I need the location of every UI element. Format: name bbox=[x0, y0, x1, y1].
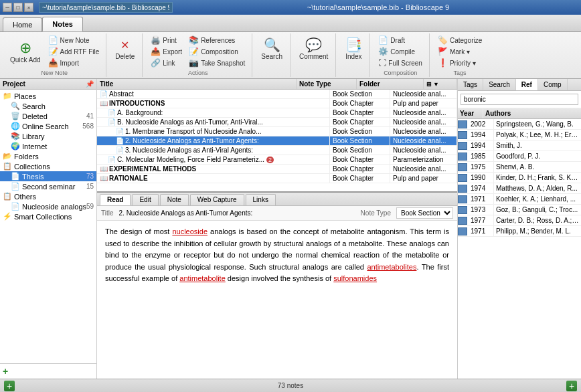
take-snapshot-btn[interactable]: 📷 Take Snapshot bbox=[186, 58, 248, 68]
mark-btn[interactable]: 🚩 Mark ▾ bbox=[435, 46, 485, 57]
references-btn[interactable]: 📚 References bbox=[186, 35, 248, 45]
ref-table-row[interactable]: 1994 Smith, J. bbox=[458, 140, 581, 151]
window-controls[interactable]: ─ □ × bbox=[3, 3, 33, 12]
ref-icon bbox=[458, 142, 467, 150]
status-add-btn2[interactable]: + bbox=[566, 381, 577, 391]
table-cell-folder: Parameterization bbox=[390, 155, 457, 164]
table-row[interactable]: 📄B. Nucleoside Analogs as Anti-Tumor, An… bbox=[97, 118, 457, 127]
editor-tab-edit[interactable]: Edit bbox=[132, 194, 158, 205]
editor-tab-note[interactable]: Note bbox=[160, 194, 189, 205]
table-row[interactable]: 📖EXPERIMENTAL METHODS Book Chapter Nucle… bbox=[97, 165, 457, 174]
table-row[interactable]: 📄1. Membrane Transport of Nucleoside Ana… bbox=[97, 127, 457, 136]
add-rtf-btn[interactable]: 📝 Add RTF File bbox=[46, 46, 102, 57]
sidebar-item-icon-online-search: 🌐 bbox=[11, 122, 20, 130]
restore-btn[interactable]: □ bbox=[13, 3, 23, 12]
ref-table-row[interactable]: 1971 Koehler, K. A.; Lienhard, ... bbox=[458, 194, 581, 205]
comp-small-group: 📄 Draft ⚙️ Compile ⛶ Full Screen bbox=[376, 35, 425, 68]
export-btn[interactable]: 📤 Export bbox=[148, 46, 185, 57]
table-row[interactable]: 📖RATIONALE Book Chapter Pulp and paper bbox=[97, 174, 457, 183]
mark-icon: 🚩 bbox=[438, 47, 448, 56]
title-bar-input[interactable] bbox=[39, 2, 173, 13]
table-row[interactable]: 📖INTRODUCTIONS Book Chapter Pulp and pap… bbox=[97, 99, 457, 108]
editor-tab-read[interactable]: Read bbox=[100, 194, 131, 205]
categorize-btn[interactable]: 🏷️ Categorize bbox=[435, 35, 485, 45]
sidebar-item-second-seminar[interactable]: 📄Second seminar15 bbox=[0, 181, 96, 191]
table-row[interactable]: 📄2. Nucleoside Analogs as Anti-Tumor Age… bbox=[97, 136, 457, 146]
editor-content: The design of most nucleoside analogs is… bbox=[97, 221, 457, 379]
table-cell-folder: Nucleoside anal... bbox=[390, 136, 457, 145]
new-note-label: New Note bbox=[60, 37, 90, 44]
sidebar-item-deleted[interactable]: 🗑️Deleted41 bbox=[0, 111, 96, 121]
import-btn[interactable]: 📥 Import bbox=[46, 58, 102, 68]
sidebar-item-search[interactable]: 🔍Search bbox=[0, 101, 96, 111]
sidebar-item-label-folders: Folders bbox=[14, 153, 39, 161]
tab-home[interactable]: Home bbox=[3, 17, 42, 31]
ref-table-row[interactable]: 1994 Polyak, K.; Lee, M. H.; Erd... bbox=[458, 130, 581, 140]
status-add-btn[interactable]: + bbox=[4, 381, 15, 391]
search-btn[interactable]: 🔍 Search bbox=[258, 35, 286, 62]
ref-table-row[interactable]: 1990 Kinder, D. H.; Frank, S. K.;... bbox=[458, 173, 581, 183]
ref-table-row[interactable]: 1985 Goodford, P. J. bbox=[458, 151, 581, 162]
table-row[interactable]: 📄3. Nucleoside Analogs as Anti-Viral Age… bbox=[97, 146, 457, 155]
sidebar-item-folders[interactable]: 📂Folders bbox=[0, 151, 96, 161]
ref-search-input[interactable] bbox=[461, 94, 578, 105]
ribbon-group-search: 🔍 Search bbox=[254, 33, 290, 77]
sidebar-item-icon-internet: 🌍 bbox=[11, 142, 20, 151]
composition-btn[interactable]: 📝 Composition bbox=[186, 46, 248, 57]
comment-btn[interactable]: 💬 Comment bbox=[296, 35, 331, 62]
sidebar-item-places[interactable]: 📁Places bbox=[0, 91, 96, 101]
ref-table-row[interactable]: 1974 Matthews, D. A.; Alden, R... bbox=[458, 183, 581, 194]
draft-btn[interactable]: 📄 Draft bbox=[376, 35, 425, 45]
right-tab-search[interactable]: Search bbox=[483, 79, 516, 90]
sidebar-item-label-library: Library bbox=[22, 132, 45, 140]
ref-table-row[interactable]: 1975 Shenvi, A. B. bbox=[458, 162, 581, 173]
col-sort-icon[interactable]: ⊞ bbox=[426, 81, 432, 88]
table-row[interactable]: 📄Abstract Book Section Nucleoside anal..… bbox=[97, 90, 457, 99]
ref-table-row[interactable]: 1971 Philipp, M.; Bender, M. L. bbox=[458, 226, 581, 237]
sidebar-item-nucleoside-analogs[interactable]: 📄Nucleoside analogs59 bbox=[0, 201, 96, 211]
right-tab-comp[interactable]: Comp bbox=[538, 79, 568, 90]
ref-table-row[interactable]: 2002 Springsteen, G.; Wang, B. bbox=[458, 119, 581, 130]
table-row[interactable]: 📄A. Background: Book Chapter Nucleoside … bbox=[97, 108, 457, 118]
right-tab-tags[interactable]: Tags bbox=[458, 79, 483, 90]
sidebar-item-smart-collections[interactable]: ⚡Smart Collections bbox=[0, 211, 96, 221]
quick-add-btn[interactable]: ⊕ Quick Add bbox=[7, 38, 44, 66]
sidebar-footer[interactable]: + bbox=[0, 363, 96, 379]
ref-table-row[interactable]: 1973 Goz, B.; Ganguli, C.; Troc... bbox=[458, 205, 581, 215]
new-note-btn[interactable]: 📄 New Note bbox=[46, 35, 102, 45]
actions-items: 🖨️ Print 📤 Export 🔗 Link 📚 References bbox=[148, 35, 248, 68]
delete-btn[interactable]: ✕ Delete bbox=[112, 35, 138, 62]
sidebar-item-internet[interactable]: 🌍Internet bbox=[0, 141, 96, 151]
link-btn[interactable]: 🔗 Link bbox=[148, 58, 185, 68]
sidebar-item-others[interactable]: 📋Others bbox=[0, 191, 96, 201]
sidebar-item-thesis[interactable]: 📄Thesis73 bbox=[0, 171, 96, 181]
sidebar-item-collections[interactable]: 📋Collections bbox=[0, 161, 96, 171]
newnote-group-label: New Note bbox=[41, 70, 68, 76]
sidebar: Project 📌 📁Places🔍Search🗑️Deleted41🌐Onli… bbox=[0, 79, 97, 379]
table-cell-folder: Nucleoside anal... bbox=[390, 165, 457, 173]
sidebar-item-library[interactable]: 📚Library bbox=[0, 131, 96, 141]
priority-btn[interactable]: ❗ Priority ▾ bbox=[435, 58, 485, 68]
tab-notes[interactable]: Notes bbox=[42, 17, 83, 31]
compile-btn[interactable]: ⚙️ Compile bbox=[376, 46, 425, 57]
minimize-btn[interactable]: ─ bbox=[3, 3, 12, 12]
ref-table-row[interactable]: 1977 Carter, D. B.; Ross, D. A.; I... bbox=[458, 215, 581, 226]
editor-tab-web-capture[interactable]: Web Capture bbox=[190, 194, 244, 205]
export-label: Export bbox=[163, 48, 182, 56]
ref-icon bbox=[458, 206, 467, 214]
col-filter-icon[interactable]: ▼ bbox=[433, 81, 439, 88]
title-bar: ─ □ × ~\tutorial\sample\sample.bib - Bib… bbox=[0, 0, 581, 15]
table-row[interactable]: 📄C. Molecular Modeling, Force Field Para… bbox=[97, 155, 457, 165]
index-btn[interactable]: 📑 Index bbox=[341, 35, 365, 62]
note-type-select[interactable]: Book Section bbox=[396, 207, 453, 219]
add-collection-icon[interactable]: + bbox=[3, 366, 8, 377]
ribbon: ⊕ Quick Add 📄 New Note 📝 Add RTF File 📥 … bbox=[0, 32, 581, 79]
editor-tab-links[interactable]: Links bbox=[246, 194, 276, 205]
close-btn[interactable]: × bbox=[24, 3, 33, 12]
sidebar-item-online-search[interactable]: 🌐Online Search568 bbox=[0, 121, 96, 131]
print-btn[interactable]: 🖨️ Print bbox=[148, 35, 185, 45]
right-tab-ref[interactable]: Ref bbox=[516, 79, 538, 90]
ref-year: 1971 bbox=[469, 226, 494, 236]
row-icon: 📄 bbox=[116, 128, 124, 135]
fullscreen-btn[interactable]: ⛶ Full Screen bbox=[376, 58, 425, 68]
